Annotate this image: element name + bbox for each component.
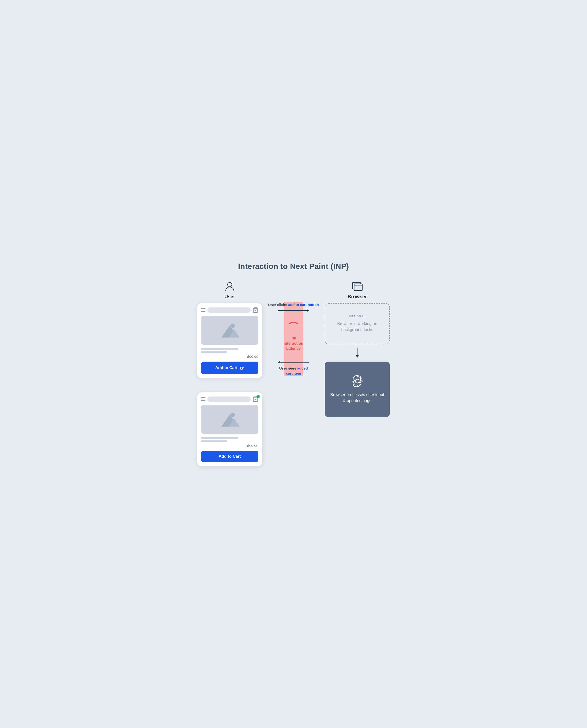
latency-label: InteractionLatency xyxy=(284,341,303,351)
product-price-top: $99.99 xyxy=(201,355,258,359)
svg-rect-10 xyxy=(354,284,362,291)
hamburger-icon-top[interactable] xyxy=(201,308,206,312)
user-actor-header: User xyxy=(224,280,236,299)
down-arrow-head xyxy=(356,355,359,358)
browser-actor-header: Browser xyxy=(348,280,367,299)
arrow-head-right xyxy=(307,309,309,312)
add-to-cart-button-bottom[interactable]: Add to Cart xyxy=(201,451,258,462)
product-line-4 xyxy=(201,440,227,442)
svg-point-12 xyxy=(355,379,359,383)
main-container: Interaction to Next Paint (INP) User xyxy=(195,262,392,466)
product-line-1 xyxy=(201,348,238,350)
product-info-bottom: $99.99 xyxy=(201,437,258,448)
search-bar-bottom xyxy=(207,396,251,402)
arrow-head-left xyxy=(278,361,280,364)
optional-label: OPTIONAL xyxy=(349,315,366,318)
cart-icon-top[interactable] xyxy=(253,307,258,313)
cart-icon-wrap-top xyxy=(253,307,258,313)
diagram-layout: User xyxy=(195,280,392,466)
product-lines-bottom xyxy=(201,437,258,442)
product-info-top: $99.99 xyxy=(201,348,258,359)
mockup-topbar-top xyxy=(201,307,258,313)
user-card-bottom: 1 $99.99 xyxy=(197,392,262,466)
optional-box: OPTIONAL Browser is working on backgroun… xyxy=(325,303,390,344)
mountain-icon-bottom xyxy=(220,411,239,428)
arrow-top-text: User clicks add to cart button xyxy=(268,302,319,307)
right-column: Browser OPTIONAL Browser is working on b… xyxy=(322,280,392,417)
arrow-line-left xyxy=(280,362,309,363)
add-to-cart-button-top[interactable]: Add to Cart ☞ xyxy=(201,362,258,374)
arrow-left xyxy=(278,361,309,364)
product-image-top xyxy=(201,316,258,345)
arrow-line-right xyxy=(278,310,307,311)
browser-process-box: Browser processes user input & updates p… xyxy=(325,362,390,417)
browser-icon xyxy=(351,280,363,293)
product-lines-top xyxy=(201,348,258,353)
svg-point-0 xyxy=(228,282,232,287)
search-bar-top xyxy=(207,308,251,313)
cart-icon-wrap-bottom: 1 xyxy=(253,396,258,402)
cart-badge: 1 xyxy=(256,395,260,398)
page-title: Interaction to Next Paint (INP) xyxy=(195,262,392,271)
product-price-bottom: $99.99 xyxy=(201,444,258,448)
left-column: User xyxy=(195,280,265,466)
product-line-2 xyxy=(201,351,227,353)
svg-point-6 xyxy=(231,413,235,417)
arrow-bottom-label: User sees addedcart item xyxy=(265,361,322,376)
cursor-icon-top: ☞ xyxy=(240,365,244,371)
hamburger-icon-bottom[interactable] xyxy=(201,397,206,401)
browser-label: Browser xyxy=(348,294,367,299)
latency-indicator: INP InteractionLatency xyxy=(284,322,303,351)
gear-icon xyxy=(351,375,363,387)
center-column: User clicks add to cart button INP Inter… xyxy=(265,280,322,376)
down-arrow-line xyxy=(357,348,357,355)
down-arrow xyxy=(356,348,359,358)
mountain-icon-top xyxy=(220,322,239,339)
spinner-icon xyxy=(287,322,300,334)
user-label: User xyxy=(225,294,235,299)
user-icon xyxy=(224,280,236,293)
arrow-bottom-text: User sees addedcart item xyxy=(279,366,308,376)
mockup-topbar-bottom: 1 xyxy=(201,396,258,402)
user-card-top: $99.99 Add to Cart ☞ xyxy=(197,303,262,378)
product-image-bottom xyxy=(201,405,258,434)
browser-process-text: Browser processes user input & updates p… xyxy=(330,392,384,404)
inp-label: INP xyxy=(290,337,297,340)
svg-point-2 xyxy=(231,323,235,328)
optional-text: Browser is working on background tasks xyxy=(330,321,385,333)
arrow-top-label: User clicks add to cart button xyxy=(265,302,322,312)
product-line-3 xyxy=(201,437,238,439)
arrow-right xyxy=(278,309,309,312)
